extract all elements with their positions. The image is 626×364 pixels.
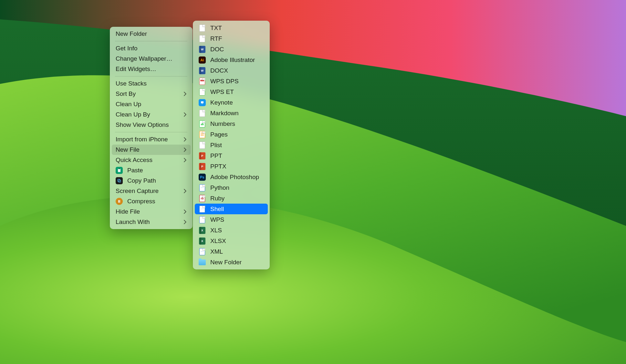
illustrator-icon: Ai [199,56,206,64]
menu-separator [115,76,187,76]
photoshop-icon: Ps [199,174,206,181]
submenu-item-label: Pages [210,131,264,138]
menu-item-label: Clean Up [116,101,187,108]
submenu-item-txt[interactable]: TXT [195,23,268,33]
submenu-item-python[interactable]: ⋯Python [195,182,268,193]
compress-icon [116,198,123,205]
submenu-item-psd[interactable]: PsAdobe Photoshop [195,172,268,182]
menu-item-hide-file[interactable]: Hide File [112,207,191,217]
menu-item-label: Use Stacks [116,80,187,87]
menu-item-label: New Folder [116,30,187,37]
submenu-item-label: Numbers [210,120,264,127]
menu-item-label: Import from iPhone [116,136,178,143]
new-file-submenu[interactable]: TXTRTFWDOCAiAdobe IllustratorWDOCXWPS DP… [193,21,270,269]
menu-item-screen-capture[interactable]: Screen Capture [112,186,191,196]
excel-icon: X [199,238,206,245]
submenu-item-label: New Folder [210,259,264,266]
menu-item-clean-up-by[interactable]: Clean Up By [112,109,191,120]
submenu-item-xlsx[interactable]: XXLSX [195,236,268,246]
submenu-item-shell[interactable]: ⋯Shell [195,204,268,214]
keynote-icon [199,99,206,106]
chevron-right-icon [184,189,187,193]
menu-item-compress[interactable]: Compress [112,196,191,207]
submenu-item-ai[interactable]: AiAdobe Illustrator [195,55,268,65]
copy-path-icon [116,177,123,184]
chevron-right-icon [184,158,187,162]
svg-rect-1 [118,169,120,172]
svg-rect-11 [203,123,203,125]
desktop-context-menu[interactable]: New FolderGet InfoChange Wallpaper…Edit … [110,27,193,229]
svg-rect-7 [201,101,203,103]
submenu-item-label: RTF [210,35,264,42]
submenu-item-label: WPS DPS [210,78,264,85]
submenu-item-wps-dps[interactable]: WPS DPS [195,76,268,86]
submenu-item-label: WPS [210,216,264,223]
chevron-right-icon [184,112,187,117]
menu-item-sort-by[interactable]: Sort By [112,89,191,99]
submenu-item-xls[interactable]: XXLS [195,225,268,236]
file-code-blue-icon: ⋯ [199,206,206,213]
menu-separator [115,132,187,132]
powerpoint-icon: P [199,163,206,170]
menu-item-change-wallpaper[interactable]: Change Wallpaper… [112,54,191,64]
svg-rect-9 [201,124,202,125]
submenu-item-new-folder[interactable]: New Folder [195,257,268,268]
file-generic-icon [199,35,206,42]
chevron-right-icon [184,137,187,142]
submenu-item-label: WPS ET [210,88,264,96]
submenu-item-label: PPTX [210,163,264,170]
pages-icon [199,131,206,138]
menu-item-edit-widgets[interactable]: Edit Widgets… [112,64,191,74]
svg-rect-4 [119,180,121,182]
submenu-item-docx[interactable]: WDOCX [195,65,268,76]
submenu-item-label: Ruby [210,195,264,202]
submenu-item-pages[interactable]: Pages [195,129,268,140]
submenu-item-label: Keynote [210,99,264,106]
menu-item-label: New File [116,146,178,153]
excel-icon: X [199,227,206,234]
submenu-item-numbers[interactable]: Numbers [195,118,268,129]
chevron-right-icon [184,92,187,96]
submenu-item-plist[interactable]: Plist [195,140,268,150]
submenu-item-markdown[interactable]: Markdown [195,108,268,118]
menu-item-copy-path[interactable]: Copy Path [112,176,191,186]
paste-icon [116,167,123,174]
file-et-icon [199,88,206,96]
submenu-item-xml[interactable]: ⋯XML [195,246,268,257]
file-generic-icon [199,25,206,32]
submenu-item-wps-et[interactable]: WPS ET [195,86,268,97]
menu-item-quick-access[interactable]: Quick Access [112,155,191,165]
file-ruby-icon: rb [199,195,206,202]
submenu-item-doc[interactable]: WDOC [195,44,268,55]
menu-item-show-view-options[interactable]: Show View Options [112,120,191,130]
word-icon: W [199,67,206,74]
file-code-blue-icon: ⋯ [199,184,206,191]
submenu-item-ppt[interactable]: PPPT [195,150,268,161]
submenu-item-label: Plist [210,142,264,149]
submenu-item-label: TXT [210,25,264,32]
menu-item-paste[interactable]: Paste [112,165,191,176]
menu-item-label: Paste [127,167,187,174]
submenu-item-rtf[interactable]: RTF [195,33,268,44]
menu-item-new-folder[interactable]: New Folder [112,29,191,39]
menu-item-launch-with[interactable]: Launch With [112,217,191,227]
submenu-item-label: Adobe Illustrator [210,56,264,64]
menu-item-new-file[interactable]: New File [112,145,191,155]
submenu-item-keynote[interactable]: Keynote [195,97,268,108]
menu-item-label: Change Wallpaper… [116,55,187,62]
submenu-item-ruby[interactable]: rbRuby [195,193,268,204]
menu-item-get-info[interactable]: Get Info [112,43,191,54]
submenu-item-label: XLSX [210,238,264,245]
menu-item-import-from-iphone[interactable]: Import from iPhone [112,134,191,145]
menu-item-label: Edit Widgets… [116,66,187,73]
submenu-item-wps[interactable]: WPS [195,214,268,225]
folder-icon [199,259,206,266]
submenu-item-label: DOCX [210,67,264,74]
menu-item-use-stacks[interactable]: Use Stacks [112,78,191,89]
menu-item-clean-up[interactable]: Clean Up [112,99,191,109]
file-code-blue-icon: ⋯ [199,248,206,255]
svg-rect-3 [118,179,120,181]
submenu-item-pptx[interactable]: PPPTX [195,161,268,172]
svg-rect-10 [202,123,203,125]
menu-item-label: Clean Up By [116,111,178,118]
